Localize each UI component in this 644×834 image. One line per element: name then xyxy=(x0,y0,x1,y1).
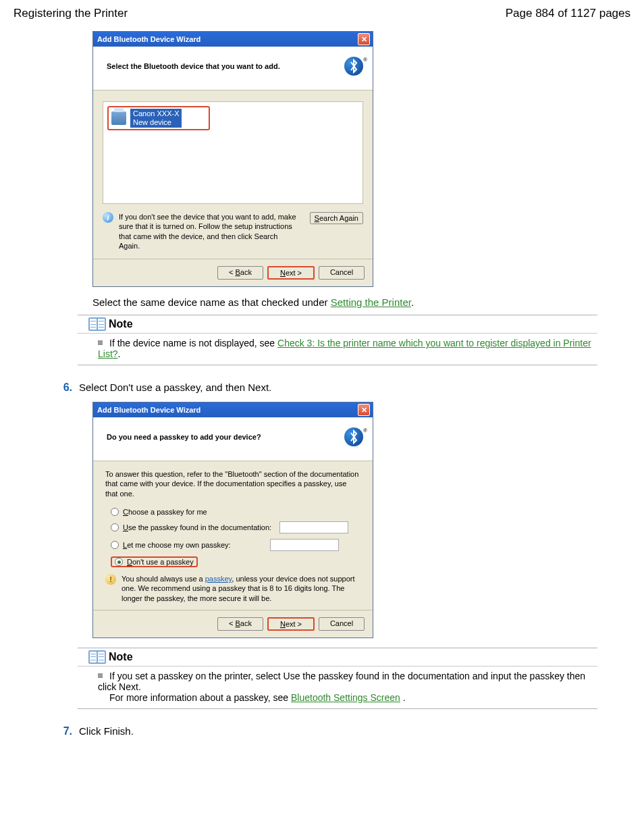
wizard-select-device: Add Bluetooth Device Wizard ✕ Select the… xyxy=(92,31,373,287)
step-6: 6. Select Don't use a passkey, and then … xyxy=(59,382,597,394)
page-title: Registering the Printer xyxy=(14,7,128,20)
registered-mark: ® xyxy=(363,57,367,63)
wizard-passkey: Add Bluetooth Device Wizard ✕ Do you nee… xyxy=(92,402,373,638)
passkey-own-input[interactable] xyxy=(270,539,339,551)
radio-dont-use-passkey[interactable]: Don't use a passkey xyxy=(111,556,198,567)
warning-icon: ! xyxy=(105,574,116,585)
titlebar: Add Bluetooth Device Wizard ✕ xyxy=(93,402,373,417)
step-number: 6. xyxy=(59,382,72,394)
device-list: Canon XXX-X New device xyxy=(103,101,363,204)
link-setting-the-printer[interactable]: Setting the Printer xyxy=(331,296,411,308)
note-title: Note xyxy=(109,651,133,663)
device-status: New device xyxy=(133,118,179,127)
note-icon xyxy=(88,317,106,331)
wizard-heading: Do you need a passkey to add your device… xyxy=(107,433,261,441)
next-button[interactable]: Next > xyxy=(267,617,315,631)
titlebar: Add Bluetooth Device Wizard ✕ xyxy=(93,32,373,47)
close-icon[interactable]: ✕ xyxy=(358,404,370,416)
bluetooth-icon xyxy=(344,57,363,76)
next-button[interactable]: Next > xyxy=(267,266,315,280)
note-block-1: Note If the device name is not displayed… xyxy=(78,315,597,365)
link-bluetooth-settings[interactable]: Bluetooth Settings Screen xyxy=(291,692,400,703)
radio-choose-for-me[interactable]: Choose a passkey for me xyxy=(111,508,360,516)
step-text: Select Don't use a passkey, and then Nex… xyxy=(79,382,597,394)
note2-line1: If you set a passkey on the printer, sel… xyxy=(98,671,585,692)
wizard-heading: Select the Bluetooth device that you wan… xyxy=(107,62,280,70)
note2-line2: For more information about a passkey, se… xyxy=(109,692,406,703)
step-text: Click Finish. xyxy=(79,725,597,737)
bluetooth-icon xyxy=(344,427,363,446)
back-button[interactable]: < Back xyxy=(217,266,263,280)
passkey-warning: You should always use a passkey, unless … xyxy=(122,574,360,603)
note-title: Note xyxy=(109,318,133,330)
page-number: Page 884 of 1127 pages xyxy=(506,7,630,20)
step-7: 7. Click Finish. xyxy=(59,725,597,737)
registered-mark: ® xyxy=(363,427,367,434)
device-item-canon[interactable]: Canon XXX-X New device xyxy=(107,106,210,130)
bullet-icon xyxy=(98,673,103,678)
cancel-button[interactable]: Cancel xyxy=(319,617,365,631)
note-icon xyxy=(88,650,106,664)
passkey-doc-input[interactable] xyxy=(279,521,348,533)
step-number: 7. xyxy=(59,725,72,737)
note-block-2: Note If you set a passkey on the printer… xyxy=(78,648,597,709)
printer-icon xyxy=(111,111,126,125)
cancel-button[interactable]: Cancel xyxy=(319,266,365,280)
note1-text: If the device name is not displayed, see xyxy=(109,338,277,348)
search-again-button[interactable]: SSearch Againearch Again xyxy=(310,212,363,224)
titlebar-text: Add Bluetooth Device Wizard xyxy=(97,35,200,43)
bullet-icon xyxy=(98,340,103,345)
link-passkey[interactable]: passkey xyxy=(205,575,232,583)
doc-line-select-device: Select the same device name as that chec… xyxy=(92,296,597,308)
device-name: Canon XXX-X xyxy=(133,109,179,118)
close-icon[interactable]: ✕ xyxy=(358,33,370,45)
passkey-intro: To answer this question, refer to the "B… xyxy=(105,469,360,498)
titlebar-text: Add Bluetooth Device Wizard xyxy=(97,406,200,414)
info-text: If you don't see the device that you wan… xyxy=(119,212,299,251)
radio-own-passkey[interactable]: Let me choose my own passkey: xyxy=(111,539,360,551)
info-icon: i xyxy=(103,212,113,223)
back-button[interactable]: < Back xyxy=(217,617,263,631)
radio-from-documentation[interactable]: Use the passkey found in the documentati… xyxy=(111,521,360,533)
